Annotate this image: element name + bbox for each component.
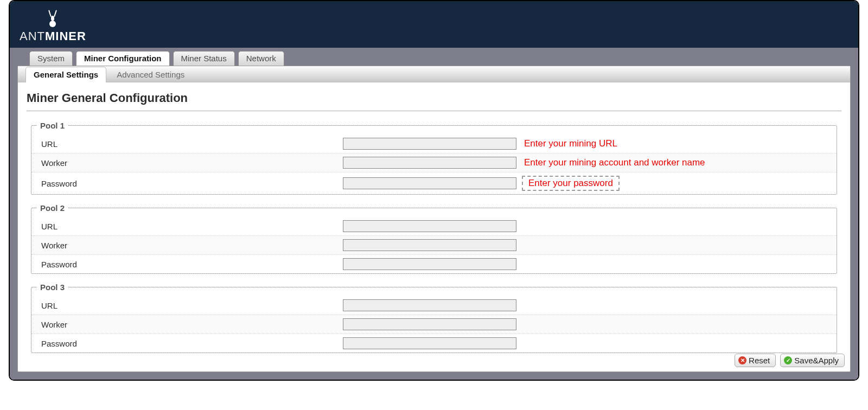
sub-tab-bar: General Settings Advanced Settings: [18, 66, 850, 82]
pool3-worker-label: Worker: [39, 320, 343, 329]
reset-button-label: Reset: [749, 356, 770, 365]
pool-2-fieldset: Pool 2 URL Worker Password: [31, 203, 837, 274]
tab-miner-configuration[interactable]: Miner Configuration: [76, 51, 170, 66]
pool1-password-label: Password: [39, 179, 343, 188]
app-frame: ANTMINER System Miner Configuration Mine…: [9, 0, 859, 381]
pools-area: Pool 1 URL Enter your mining URL Worker …: [18, 121, 850, 371]
cancel-icon: ✕: [738, 356, 746, 364]
header-bar: ANTMINER: [10, 1, 858, 48]
pool1-url-label: URL: [39, 139, 343, 149]
save-apply-button-label: Save&Apply: [794, 356, 839, 365]
footer-buttons: ✕ Reset ✓ Save&Apply: [735, 354, 845, 367]
pool1-password-input[interactable]: [343, 177, 516, 189]
pool-3-legend: Pool 3: [37, 283, 68, 292]
pool-1-legend: Pool 1: [37, 121, 68, 130]
pool3-url-input[interactable]: [343, 299, 516, 311]
content-wrap: General Settings Advanced Settings Miner…: [10, 66, 858, 380]
pool-2-legend: Pool 2: [37, 203, 68, 213]
content-panel: General Settings Advanced Settings Miner…: [17, 66, 851, 372]
check-icon: ✓: [784, 356, 792, 364]
pool2-password-input[interactable]: [343, 258, 516, 270]
tab-network[interactable]: Network: [238, 51, 284, 66]
pool1-worker-input[interactable]: [343, 157, 516, 169]
pool3-password-input[interactable]: [343, 337, 516, 349]
pool-1-fieldset: Pool 1 URL Enter your mining URL Worker …: [31, 121, 837, 195]
reset-button[interactable]: ✕ Reset: [735, 354, 776, 367]
tab-system[interactable]: System: [29, 51, 73, 66]
tab-miner-status[interactable]: Miner Status: [173, 51, 235, 66]
brand-bold: MINER: [45, 29, 86, 43]
pool-3-fieldset: Pool 3 URL Worker Password: [31, 283, 837, 353]
save-apply-button[interactable]: ✓ Save&Apply: [780, 354, 845, 367]
pool1-url-hint: Enter your mining URL: [524, 138, 617, 149]
title-separator: [27, 111, 841, 111]
pool1-worker-hint: Enter your mining account and worker nam…: [524, 157, 705, 168]
pool2-worker-label: Worker: [39, 241, 343, 250]
pool1-worker-label: Worker: [39, 158, 343, 168]
pool3-password-label: Password: [39, 339, 343, 348]
pool3-url-label: URL: [39, 301, 343, 310]
pool2-worker-input[interactable]: [343, 239, 516, 251]
pool3-worker-input[interactable]: [343, 318, 516, 330]
brand-text: ANTMINER: [20, 29, 86, 43]
subtab-advanced-settings[interactable]: Advanced Settings: [108, 67, 193, 82]
brand-light: ANT: [20, 29, 45, 43]
pool2-url-label: URL: [39, 222, 343, 231]
top-tab-bar: System Miner Configuration Miner Status …: [10, 48, 858, 66]
page-title: Miner General Configuration: [18, 82, 850, 111]
ant-icon: [45, 10, 60, 28]
brand-logo: ANTMINER: [20, 10, 86, 43]
pool2-url-input[interactable]: [343, 220, 516, 232]
subtab-general-settings[interactable]: General Settings: [25, 67, 106, 82]
pool1-password-hint: Enter your password: [522, 176, 620, 191]
pool1-url-input[interactable]: [343, 138, 516, 150]
pool2-password-label: Password: [39, 260, 343, 269]
